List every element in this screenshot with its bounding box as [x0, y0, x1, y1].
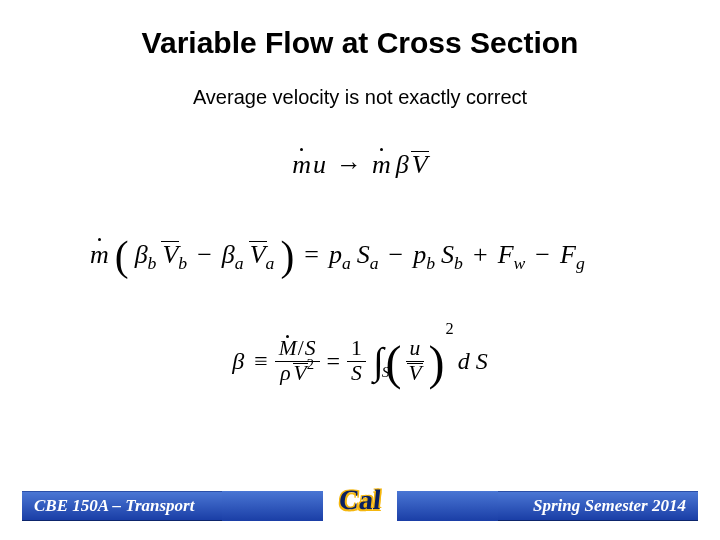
symbol-vbar: V — [294, 362, 307, 386]
symbol-s: S — [357, 240, 370, 269]
right-paren-icon: ) — [429, 349, 445, 378]
symbol-fg: Fg — [560, 240, 585, 270]
symbol-dS: d S — [458, 348, 488, 375]
symbol-s: S — [441, 240, 454, 269]
symbol-mdot: m — [90, 240, 109, 270]
symbol-sb: Sb — [441, 240, 463, 270]
footer-course: CBE 150A – Transport — [22, 491, 222, 521]
symbol-beta-a: βa — [222, 240, 244, 270]
page-title: Variable Flow at Cross Section — [0, 0, 720, 60]
symbol-sa: Sa — [357, 240, 379, 270]
university-logo: Cal — [323, 474, 397, 526]
subscript-b: b — [426, 253, 435, 273]
page-subtitle: Average velocity is not exactly correct — [0, 86, 720, 109]
subscript-w: w — [514, 253, 526, 273]
symbol-vbar: V — [412, 150, 428, 180]
symbol-p: p — [329, 240, 342, 269]
left-paren-icon: ( — [385, 349, 401, 378]
symbol-f: F — [498, 240, 514, 269]
symbol-Mdot: M — [279, 337, 297, 361]
subscript-b: b — [454, 253, 463, 273]
equals-sign: = — [327, 348, 341, 375]
fraction-one-over-s: 1 S — [347, 337, 366, 386]
symbol-u: u — [313, 150, 326, 180]
squared-paren: ( u V ) 2 — [385, 337, 453, 386]
symbol-u: u — [406, 337, 425, 362]
symbol-vbar: V — [162, 240, 178, 270]
fraction-u-over-vbar: u V — [404, 337, 425, 386]
subscript-a: a — [235, 253, 244, 273]
symbol-one: 1 — [347, 337, 366, 362]
defeq-sign: ≡ — [254, 348, 268, 375]
symbol-fw: Fw — [498, 240, 526, 270]
minus-sign: − — [389, 240, 404, 270]
symbol-p: p — [413, 240, 426, 269]
equation-1: m u → m β V — [50, 135, 670, 195]
symbol-pb: pb — [413, 240, 435, 270]
symbol-beta: β — [222, 240, 235, 269]
subscript-a: a — [370, 253, 379, 273]
symbol-mdot: m — [372, 150, 391, 180]
left-paren-icon: ( — [115, 244, 129, 269]
symbol-vbar: V — [408, 362, 421, 386]
equals-sign: = — [304, 240, 319, 270]
minus-sign: − — [535, 240, 550, 270]
symbol-beta: β — [135, 240, 148, 269]
superscript-2: 2 — [307, 356, 314, 372]
cal-logo-text: Cal — [337, 484, 382, 516]
superscript-2: 2 — [446, 319, 454, 339]
footer-term: Spring Semester 2014 — [498, 491, 698, 521]
symbol-beta: β — [232, 348, 244, 375]
symbol-beta-b: βb — [135, 240, 157, 270]
fraction-mdot-over-rhov2: M / S ρ V 2 — [275, 337, 320, 386]
symbol-vbar-b: Vb — [162, 240, 187, 270]
plus-sign: + — [473, 240, 488, 270]
symbol-f: F — [560, 240, 576, 269]
minus-sign: − — [197, 240, 212, 270]
equation-2: m ( βb Vb − βa Va ) = pa Sa − pb Sb + — [50, 225, 670, 285]
footer: CBE 150A – Transport Spring Semester 201… — [0, 482, 720, 530]
symbol-pa: pa — [329, 240, 351, 270]
symbol-rho: ρ — [280, 362, 290, 386]
slash-icon: / — [298, 337, 304, 361]
subscript-a: a — [266, 253, 275, 273]
subscript-g: g — [576, 253, 585, 273]
equation-3: β ≡ M / S ρ V 2 = 1 S ∫S ( u V — [50, 325, 670, 397]
symbol-s: S — [347, 362, 366, 386]
symbol-beta: β — [396, 150, 409, 180]
symbol-vbar-a: Va — [250, 240, 275, 270]
subscript-b: b — [178, 253, 187, 273]
integral-icon: ∫S — [373, 346, 384, 377]
equations-area: m u → m β V m ( βb Vb − βa Va ) = pa Sa … — [0, 109, 720, 397]
arrow-icon: → — [336, 150, 362, 180]
right-paren-icon: ) — [280, 244, 294, 269]
subscript-b: b — [148, 253, 157, 273]
subscript-a: a — [342, 253, 351, 273]
symbol-mdot: m — [292, 150, 311, 180]
symbol-vbar: V — [250, 240, 266, 270]
